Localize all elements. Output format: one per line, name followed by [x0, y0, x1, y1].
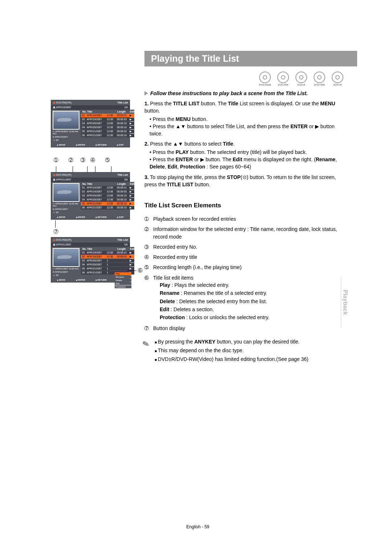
intro-instruction: Follow these instructions to play back a…	[144, 90, 345, 96]
notes-list: By pressing the ANYKEY button, you can p…	[155, 338, 309, 365]
side-tab: Playback	[341, 277, 348, 328]
section-title: Playing the Title List	[144, 51, 357, 66]
disc-icon	[314, 72, 325, 83]
callout-7: ➆	[54, 228, 58, 235]
disc-label: DVD+RW	[312, 84, 327, 86]
callout-4: ➃	[90, 157, 95, 163]
callout-1: ➀	[54, 157, 58, 163]
arrow-right-icon	[144, 91, 148, 95]
ui-screenshot-2: ◉ DVD-RW(VR)Title List ▦ APR/21/20075/6 …	[51, 172, 130, 220]
callout-2: ➁	[69, 157, 73, 163]
disc-icon	[295, 72, 307, 83]
screen-elements-list: ➀Playback screen for recorded entries➁In…	[144, 215, 345, 332]
note-icon: ✎	[141, 338, 154, 365]
ui-screenshot-3: ◉ DVD-RW(VR)Title List ▦ APR/21/20075/6 …	[51, 237, 130, 282]
disc-icon	[259, 72, 271, 83]
disc-compat-row: DVD-RAMDVD-RWDVD-RDVD+RWDVD+R	[51, 72, 345, 86]
ui-screenshot-1: ◉ DVD-RW(VR)Title List ▦ APR/19/20071/6 …	[51, 100, 130, 147]
callout-5: ➄	[105, 157, 110, 163]
intro-text: Follow these instructions to play back a…	[150, 90, 308, 96]
edit-menu-popup: PlayRenameDeleteEditProtection	[115, 272, 131, 289]
note-block: ✎ By pressing the ANYKEY button, you can…	[144, 338, 345, 365]
disc-label: DVD-RAM	[258, 84, 272, 86]
callout-3: ➂	[81, 157, 85, 163]
disc-label: DVD-RW	[276, 84, 290, 86]
instruction-steps: 1. Press the TITLE LIST button. The Titl…	[144, 100, 345, 188]
callout-6-pointer: ➅	[127, 267, 143, 274]
page-footer: English - 59	[51, 524, 345, 529]
disc-icon	[332, 72, 343, 83]
callout-labels: ➀ ➁ ➂ ➃ ➄	[51, 157, 127, 163]
disc-label: DVD+R	[330, 84, 345, 86]
elements-heading: Title List Screen Elements	[144, 201, 345, 210]
disc-icon	[277, 72, 289, 83]
disc-label: DVD-R	[294, 84, 309, 86]
callout-6: ➅	[138, 267, 143, 274]
